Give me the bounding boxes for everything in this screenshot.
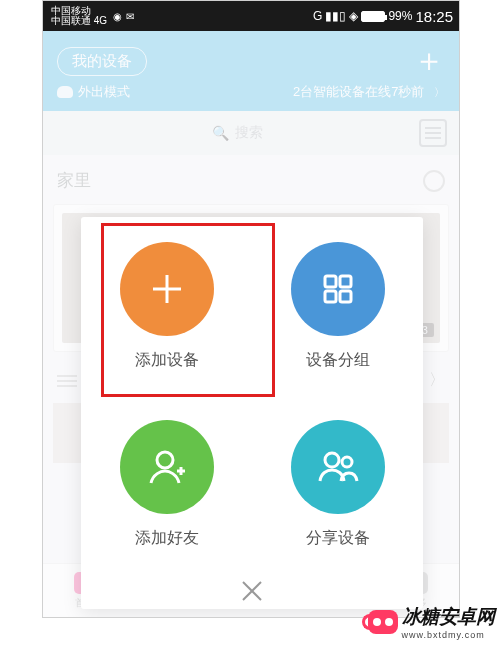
wifi-icon: ◈ <box>349 9 358 23</box>
person-add-icon <box>120 420 214 514</box>
svg-rect-2 <box>325 276 336 287</box>
grid-icon <box>291 242 385 336</box>
action-sheet: 添加设备 设备分组 添加好友 <box>81 217 423 609</box>
status-icons-right: G ▮▮▯ ◈ 99% 18:25 <box>313 8 453 25</box>
people-icon <box>291 420 385 514</box>
svg-rect-5 <box>340 291 351 302</box>
svg-point-6 <box>157 452 173 468</box>
status-bar: 中国移动 中国联通 4G ◉ ✉ G ▮▮▯ ◈ 99% 18:25 <box>43 1 459 31</box>
close-icon <box>239 578 265 604</box>
action-label: 分享设备 <box>306 528 370 549</box>
svg-point-10 <box>342 457 352 467</box>
watermark-url: www.bxtdmy.com <box>402 630 495 640</box>
chat-icon: ✉ <box>126 11 134 22</box>
svg-point-9 <box>325 453 339 467</box>
svg-rect-4 <box>325 291 336 302</box>
action-label: 添加好友 <box>135 528 199 549</box>
carrier-2: 中国联通 4G <box>51 16 107 26</box>
svg-rect-3 <box>340 276 351 287</box>
action-label: 添加设备 <box>135 350 199 371</box>
watermark-logo <box>368 610 398 634</box>
signal-icon: ▮▮▯ <box>325 9 346 23</box>
action-device-group[interactable]: 设备分组 <box>252 217 423 395</box>
action-add-device[interactable]: 添加设备 <box>81 217 252 395</box>
carrier-labels: 中国移动 中国联通 4G <box>51 6 107 26</box>
battery-icon <box>361 11 385 22</box>
watermark: 冰糖安卓网 www.bxtdmy.com <box>368 604 495 640</box>
action-add-friend[interactable]: 添加好友 <box>81 395 252 573</box>
action-label: 设备分组 <box>306 350 370 371</box>
battery-percent: 99% <box>388 9 412 23</box>
watermark-text: 冰糖安卓网 <box>402 604 495 630</box>
status-icons-left: ◉ ✉ <box>113 11 134 22</box>
phone-frame: 中国移动 中国联通 4G ◉ ✉ G ▮▮▯ ◈ 99% 18:25 我的设备 … <box>42 0 460 618</box>
net-type: G <box>313 9 322 23</box>
wechat-icon: ◉ <box>113 11 122 22</box>
action-share-device[interactable]: 分享设备 <box>252 395 423 573</box>
clock: 18:25 <box>415 8 453 25</box>
plus-icon <box>120 242 214 336</box>
